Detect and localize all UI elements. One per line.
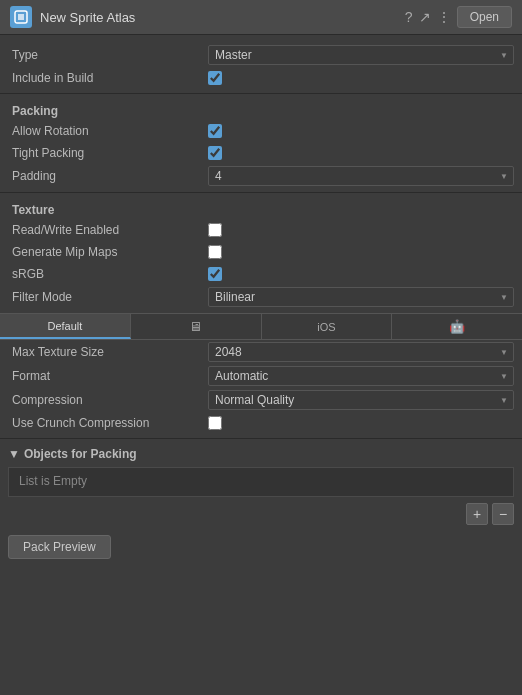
padding-control: 2 4 8 16 32 bbox=[208, 166, 514, 186]
allow-rotation-control bbox=[208, 124, 514, 138]
allow-rotation-checkbox[interactable] bbox=[208, 124, 222, 138]
compression-row: Compression None Normal Quality High Qua… bbox=[0, 388, 522, 412]
compression-label: Compression bbox=[8, 393, 208, 407]
objects-for-packing-section: ▼ Objects for Packing List is Empty + − bbox=[0, 443, 522, 529]
max-texture-size-label: Max Texture Size bbox=[8, 345, 208, 359]
crunch-compression-checkbox[interactable] bbox=[208, 416, 222, 430]
inspector-content: Type Master Variant Include in Build Pac… bbox=[0, 35, 522, 573]
filter-mode-control: Point Bilinear Trilinear bbox=[208, 287, 514, 307]
title-bar-actions: ? ↗ ⋮ Open bbox=[405, 6, 512, 28]
divider-1 bbox=[0, 93, 522, 94]
compression-control: None Normal Quality High QualityLow Qual… bbox=[208, 390, 514, 410]
tight-packing-label: Tight Packing bbox=[8, 146, 208, 160]
max-texture-size-row: Max Texture Size 3264128 2565121024 2048… bbox=[0, 340, 522, 364]
mip-maps-label: Generate Mip Maps bbox=[8, 245, 208, 259]
pc-icon: 🖥 bbox=[189, 319, 202, 334]
title-bar: New Sprite Atlas ? ↗ ⋮ Open bbox=[0, 0, 522, 35]
allow-rotation-row: Allow Rotation bbox=[0, 120, 522, 142]
read-write-checkbox[interactable] bbox=[208, 223, 222, 237]
format-control: Automatic RGBA32RGB24 RGBA16RGB16 bbox=[208, 366, 514, 386]
external-link-icon[interactable]: ↗ bbox=[419, 9, 431, 25]
mip-maps-checkbox[interactable] bbox=[208, 245, 222, 259]
include-in-build-label: Include in Build bbox=[8, 71, 208, 85]
list-controls: + − bbox=[0, 499, 522, 529]
tight-packing-control bbox=[208, 146, 514, 160]
list-empty-text: List is Empty bbox=[9, 468, 513, 494]
read-write-control bbox=[208, 223, 514, 237]
app-icon bbox=[10, 6, 32, 28]
filter-mode-dropdown[interactable]: Point Bilinear Trilinear bbox=[208, 287, 514, 307]
format-row: Format Automatic RGBA32RGB24 RGBA16RGB16 bbox=[0, 364, 522, 388]
add-object-button[interactable]: + bbox=[466, 503, 488, 525]
objects-for-packing-header[interactable]: ▼ Objects for Packing bbox=[0, 443, 522, 465]
packing-section-header: Packing bbox=[0, 98, 522, 120]
mip-maps-control bbox=[208, 245, 514, 259]
type-dropdown[interactable]: Master Variant bbox=[208, 45, 514, 65]
overflow-icon[interactable]: ⋮ bbox=[437, 9, 451, 25]
divider-2 bbox=[0, 192, 522, 193]
android-icon: 🤖 bbox=[449, 319, 465, 334]
svg-rect-1 bbox=[18, 14, 24, 20]
remove-object-button[interactable]: − bbox=[492, 503, 514, 525]
objects-for-packing-label: Objects for Packing bbox=[24, 447, 137, 461]
padding-label: Padding bbox=[8, 169, 208, 183]
compression-dropdown[interactable]: None Normal Quality High QualityLow Qual… bbox=[208, 390, 514, 410]
mip-maps-row: Generate Mip Maps bbox=[0, 241, 522, 263]
srgb-label: sRGB bbox=[8, 267, 208, 281]
tab-android[interactable]: 🤖 bbox=[392, 314, 522, 339]
filter-mode-row: Filter Mode Point Bilinear Trilinear bbox=[0, 285, 522, 309]
tab-default-label: Default bbox=[47, 320, 82, 332]
tab-ios-label: iOS bbox=[317, 321, 335, 333]
format-label: Format bbox=[8, 369, 208, 383]
max-texture-size-dropdown[interactable]: 3264128 2565121024 204840968192 bbox=[208, 342, 514, 362]
pack-preview-button[interactable]: Pack Preview bbox=[8, 535, 111, 559]
type-label: Type bbox=[8, 48, 208, 62]
collapse-icon: ▼ bbox=[8, 447, 20, 461]
include-in-build-control bbox=[208, 71, 514, 85]
objects-list: List is Empty bbox=[8, 467, 514, 497]
include-in-build-row: Include in Build bbox=[0, 67, 522, 89]
type-control: Master Variant bbox=[208, 45, 514, 65]
open-button[interactable]: Open bbox=[457, 6, 512, 28]
tab-pc[interactable]: 🖥 bbox=[131, 314, 262, 339]
crunch-compression-control bbox=[208, 416, 514, 430]
help-icon[interactable]: ? bbox=[405, 9, 413, 25]
tight-packing-checkbox[interactable] bbox=[208, 146, 222, 160]
include-in-build-checkbox[interactable] bbox=[208, 71, 222, 85]
read-write-row: Read/Write Enabled bbox=[0, 219, 522, 241]
tight-packing-row: Tight Packing bbox=[0, 142, 522, 164]
read-write-label: Read/Write Enabled bbox=[8, 223, 208, 237]
type-row: Type Master Variant bbox=[0, 43, 522, 67]
texture-section-header: Texture bbox=[0, 197, 522, 219]
divider-3 bbox=[0, 438, 522, 439]
crunch-compression-label: Use Crunch Compression bbox=[8, 416, 208, 430]
platform-tabs: Default 🖥 iOS 🤖 bbox=[0, 313, 522, 340]
padding-row: Padding 2 4 8 16 32 bbox=[0, 164, 522, 188]
filter-mode-label: Filter Mode bbox=[8, 290, 208, 304]
srgb-control bbox=[208, 267, 514, 281]
window-title: New Sprite Atlas bbox=[40, 10, 397, 25]
tab-ios[interactable]: iOS bbox=[262, 314, 393, 339]
tab-default[interactable]: Default bbox=[0, 314, 131, 339]
srgb-checkbox[interactable] bbox=[208, 267, 222, 281]
srgb-row: sRGB bbox=[0, 263, 522, 285]
max-texture-size-control: 3264128 2565121024 204840968192 bbox=[208, 342, 514, 362]
crunch-compression-row: Use Crunch Compression bbox=[0, 412, 522, 434]
format-dropdown[interactable]: Automatic RGBA32RGB24 RGBA16RGB16 bbox=[208, 366, 514, 386]
padding-dropdown[interactable]: 2 4 8 16 32 bbox=[208, 166, 514, 186]
allow-rotation-label: Allow Rotation bbox=[8, 124, 208, 138]
